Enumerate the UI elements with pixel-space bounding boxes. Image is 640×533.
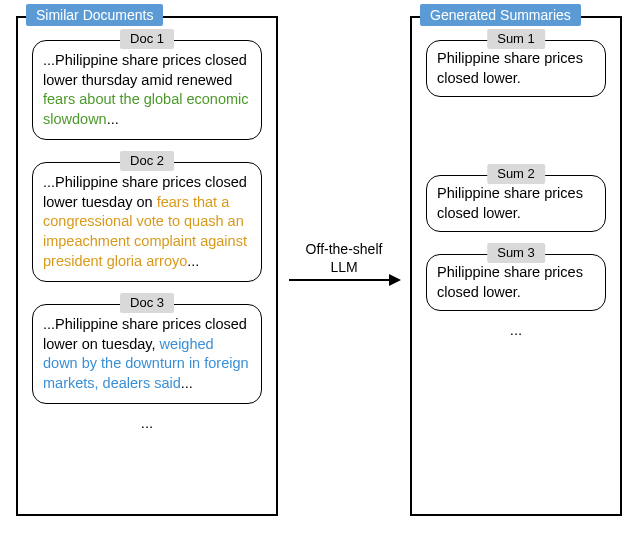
doc-box-1: Doc 1 ...Philippine share prices closed …	[32, 40, 262, 140]
arrow-line-icon	[289, 279, 399, 281]
panel-header-right: Generated Summaries	[420, 4, 581, 26]
doc-text-highlight: fears about the global economic slowdown	[43, 91, 249, 127]
doc-tag: Doc 3	[120, 293, 174, 313]
similar-documents-panel: Similar Documents Doc 1 ...Philippine sh…	[16, 16, 278, 516]
ellipsis: ...	[18, 414, 276, 431]
sum-text: Philippine share prices closed lower.	[437, 185, 583, 221]
generated-summaries-panel: Generated Summaries Sum 1 Philippine sha…	[410, 16, 622, 516]
doc-tag: Doc 2	[120, 151, 174, 171]
doc-box-2: Doc 2 ...Philippine share prices closed …	[32, 162, 262, 282]
sum-box-3: Sum 3 Philippine share prices closed low…	[426, 254, 606, 311]
doc-text-post: ...	[181, 375, 193, 391]
ellipsis: ...	[412, 321, 620, 338]
arrow-llm: Off-the-shelf LLM	[284, 240, 404, 281]
sum-text: Philippine share prices closed lower.	[437, 264, 583, 300]
sum-tag: Sum 2	[487, 164, 545, 184]
doc-box-3: Doc 3 ...Philippine share prices closed …	[32, 304, 262, 404]
doc-text-post: ...	[187, 253, 199, 269]
sum-box-2: Sum 2 Philippine share prices closed low…	[426, 175, 606, 232]
panel-header-left: Similar Documents	[26, 4, 163, 26]
sum-tag: Sum 3	[487, 243, 545, 263]
doc-tag: Doc 1	[120, 29, 174, 49]
arrow-label: Off-the-shelf LLM	[284, 240, 404, 276]
sum-text: Philippine share prices closed lower.	[437, 50, 583, 86]
doc-text-post: ...	[107, 111, 119, 127]
doc-text-pre: ...Philippine share prices closed lower …	[43, 52, 247, 88]
doc-text-pre: ...Philippine share prices closed lower …	[43, 316, 247, 352]
sum-tag: Sum 1	[487, 29, 545, 49]
arrow-label-line1: Off-the-shelf	[306, 241, 383, 257]
sum-box-1: Sum 1 Philippine share prices closed low…	[426, 40, 606, 97]
arrow-label-line2: LLM	[330, 259, 357, 275]
